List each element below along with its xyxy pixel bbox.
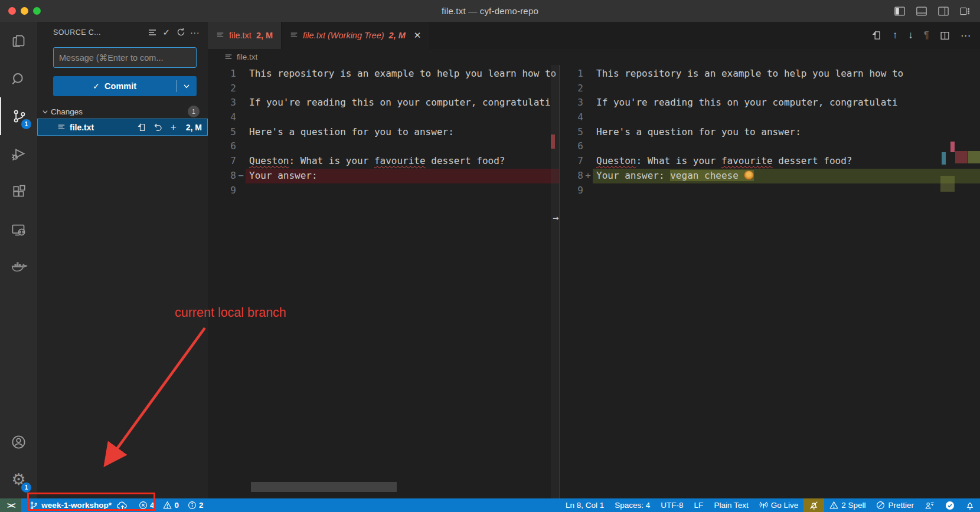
toggle-whitespace-icon[interactable]: ¶ [924,29,929,41]
changed-file-row[interactable]: file.txt + 2, M [37,119,208,136]
discard-changes-icon[interactable] [152,123,164,132]
info-icon [188,501,197,510]
commit-button-label: Commit [104,81,136,91]
check-icon: ✓ [93,81,100,91]
text-segment: : What is your [636,155,721,166]
diff-sign [583,183,593,198]
customize-layout-icon[interactable] [958,4,972,18]
tab-label: file.txt [229,31,251,40]
overview-added-line-mark [940,176,955,192]
commit-dropdown-button[interactable] [177,76,197,96]
diff-original-pane[interactable]: 1This repository is an example to help y… [208,65,559,498]
commit-check-icon[interactable]: ✓ [159,25,174,40]
line-content: Queston: What is your favourite dessert … [593,154,980,169]
horizontal-scrollbar[interactable] [251,482,397,492]
line-content [246,81,559,96]
activity-bar: 1 ⚙ 1 [0,22,37,498]
diff-line[interactable]: 7Queston: What is your favourite dessert… [560,154,980,169]
file-icon [224,53,233,61]
accounts-icon[interactable] [0,423,37,461]
diff-line[interactable]: 4 [560,110,980,125]
left-overview-deleted-mark [551,134,555,149]
diff-line[interactable]: 1This repository is an example to help y… [560,67,980,81]
diff-revert-arrow-icon[interactable]: → [553,212,558,224]
overview-squiggle-mark [950,142,955,152]
view-and-sort-icon[interactable] [145,25,159,40]
diff-line[interactable]: 8+Your answer: vegan cheese [560,169,980,183]
diff-sign [583,96,593,110]
encoding[interactable]: UTF-8 [655,498,688,512]
open-file-icon[interactable] [136,123,148,132]
diff-line[interactable]: 7Queston: What is your favourite dessert… [208,154,559,169]
more-actions-icon[interactable]: ⋯ [961,29,971,42]
person-feedback-icon [925,501,935,510]
spell-checker-status[interactable]: 2 Spell [824,498,871,512]
diff-sign [583,110,593,125]
tab-file-txt-working-tree[interactable]: file.txt (Working Tree) 2, M ✕ [282,22,429,49]
diff-line[interactable]: 2 [560,81,980,96]
open-changes-icon[interactable] [871,30,882,41]
indentation[interactable]: Spaces: 4 [609,498,655,512]
diff-line[interactable]: 5Here's a question for you to answer: [560,125,980,140]
prettier-status[interactable]: Prettier [871,498,919,512]
line-content [246,110,559,125]
remote-explorer-icon[interactable] [0,211,37,248]
next-change-icon[interactable]: ↓ [908,29,913,41]
diff-line[interactable]: 8−Your answer: [208,169,559,183]
toggle-secondary-sidebar-icon[interactable] [936,4,950,18]
docker-icon[interactable] [0,248,37,286]
diff-line[interactable]: 4 [208,110,559,125]
remote-indicator[interactable]: >< [0,498,21,512]
muted-notifications-segment[interactable] [803,498,824,512]
notifications-button[interactable] [960,498,980,512]
commit-message-input[interactable]: Message (⌘Enter to com... [53,47,197,68]
feedback-button[interactable] [919,498,940,512]
diff-line[interactable]: 5Here's a question for you to answer: [208,125,559,140]
run-and-debug-icon[interactable] [0,135,37,173]
line-number: 7 [560,154,583,169]
diff-line[interactable]: 9 [208,183,559,198]
previous-change-icon[interactable]: ↑ [893,29,898,41]
language-mode[interactable]: Plain Text [708,498,753,512]
diff-editor[interactable]: 1This repository is an example to help y… [208,65,980,498]
left-vertical-scrollbar[interactable] [551,65,559,498]
changed-file-name: file.txt [70,123,132,132]
search-icon[interactable] [0,60,37,97]
text-segment: If you're reading this on your computer,… [249,97,551,108]
eol-sequence[interactable]: LF [689,498,709,512]
split-editor-icon[interactable] [940,31,950,41]
cursor-position[interactable]: Ln 8, Col 1 [560,498,609,512]
commit-button[interactable]: ✓ Commit [53,76,197,96]
diff-line[interactable]: 3If you're reading this on your computer… [208,96,559,110]
extensions-icon[interactable] [0,173,37,211]
diff-line[interactable]: 2 [208,81,559,96]
misspelled-word: Queston [249,155,289,166]
close-tab-icon[interactable]: ✕ [414,30,422,41]
source-control-icon[interactable]: 1 [0,97,37,135]
bell-icon [965,501,975,510]
toggle-primary-sidebar-icon[interactable] [893,4,906,18]
explorer-icon[interactable] [0,22,37,60]
diff-line[interactable]: 9 [560,183,980,198]
line-number: 5 [208,125,236,140]
text-segment: This repository is an example to help yo… [596,68,903,79]
check-status-button[interactable] [940,498,960,512]
changes-count-badge: 1 [188,106,200,117]
diff-line[interactable]: 6 [560,139,980,154]
diff-sign [236,154,246,169]
changes-section-header[interactable]: Changes 1 [37,104,208,119]
tab-file-txt[interactable]: file.txt 2, M [208,22,282,49]
breadcrumb[interactable]: file.txt [208,49,980,65]
text-segment: dessert food? [773,155,852,166]
diff-line[interactable]: 6 [208,139,559,154]
line-number: 4 [208,110,236,125]
diff-modified-pane[interactable]: 1This repository is an example to help y… [560,65,980,498]
diff-line[interactable]: 3If you're reading this on your computer… [560,96,980,110]
more-actions-icon[interactable]: ··· [188,25,202,40]
line-content: This repository is an example to help yo… [246,67,559,81]
toggle-panel-icon[interactable] [914,4,928,18]
go-live-button[interactable]: Go Live [754,498,804,512]
refresh-icon[interactable] [174,25,188,40]
stage-changes-icon[interactable]: + [168,122,179,133]
diff-line[interactable]: 1This repository is an example to help y… [208,67,559,81]
